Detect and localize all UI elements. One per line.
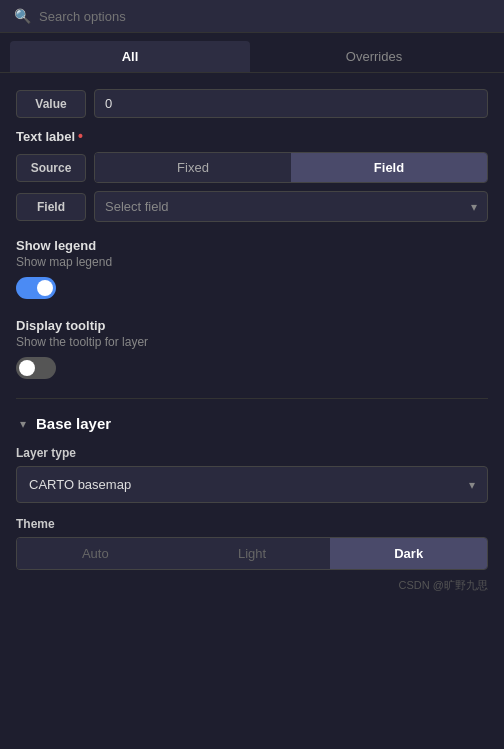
source-toggle-group: Fixed Field <box>94 152 488 183</box>
panel: 🔍 All Overrides Value Text label • Sourc… <box>0 0 504 749</box>
show-legend-title: Show legend <box>16 238 488 253</box>
theme-label: Theme <box>16 517 488 531</box>
tab-all[interactable]: All <box>10 41 250 72</box>
tab-bar: All Overrides <box>0 33 504 73</box>
tab-overrides[interactable]: Overrides <box>254 41 494 72</box>
collapse-icon[interactable]: ▾ <box>20 417 26 431</box>
show-legend-section: Show legend Show map legend <box>16 238 488 302</box>
layer-type-dropdown[interactable]: CARTO basemap ▾ <box>16 466 488 503</box>
layer-type-chevron-icon: ▾ <box>469 478 475 492</box>
search-input[interactable] <box>39 9 490 24</box>
field-label: Field <box>16 193 86 221</box>
display-tooltip-section: Display tooltip Show the tooltip for lay… <box>16 318 488 382</box>
display-tooltip-title: Display tooltip <box>16 318 488 333</box>
search-bar: 🔍 <box>0 0 504 33</box>
required-indicator: • <box>78 128 83 144</box>
field-row: Field Select field ▾ <box>16 191 488 222</box>
theme-light-btn[interactable]: Light <box>174 538 331 569</box>
base-layer-title: Base layer <box>36 415 111 432</box>
source-fixed-btn[interactable]: Fixed <box>95 153 291 182</box>
layer-type-label: Layer type <box>16 446 488 460</box>
field-placeholder: Select field <box>105 199 169 214</box>
chevron-down-icon: ▾ <box>471 200 477 214</box>
source-field-btn[interactable]: Field <box>291 153 487 182</box>
search-icon: 🔍 <box>14 8 31 24</box>
toggle-slider <box>16 277 56 299</box>
field-dropdown[interactable]: Select field ▾ <box>94 191 488 222</box>
theme-auto-btn[interactable]: Auto <box>17 538 174 569</box>
watermark: CSDN @旷野九思 <box>0 570 504 593</box>
theme-toggle-group: Auto Light Dark <box>16 537 488 570</box>
display-tooltip-toggle-wrap <box>16 357 56 379</box>
text-label-title: Text label • <box>16 128 488 144</box>
show-legend-subtitle: Show map legend <box>16 255 488 269</box>
base-layer-header: ▾ Base layer <box>16 415 488 432</box>
content-area: Value Text label • Source Fixed Field Fi… <box>0 73 504 570</box>
value-label: Value <box>16 90 86 118</box>
tooltip-toggle-slider <box>16 357 56 379</box>
value-input[interactable] <box>94 89 488 118</box>
source-label: Source <box>16 154 86 182</box>
value-row: Value <box>16 89 488 118</box>
section-divider <box>16 398 488 399</box>
show-legend-toggle[interactable] <box>16 277 56 299</box>
source-row: Source Fixed Field <box>16 152 488 183</box>
layer-type-value: CARTO basemap <box>29 477 131 492</box>
display-tooltip-subtitle: Show the tooltip for layer <box>16 335 488 349</box>
show-legend-toggle-wrap <box>16 277 56 299</box>
theme-dark-btn[interactable]: Dark <box>330 538 487 569</box>
display-tooltip-toggle[interactable] <box>16 357 56 379</box>
